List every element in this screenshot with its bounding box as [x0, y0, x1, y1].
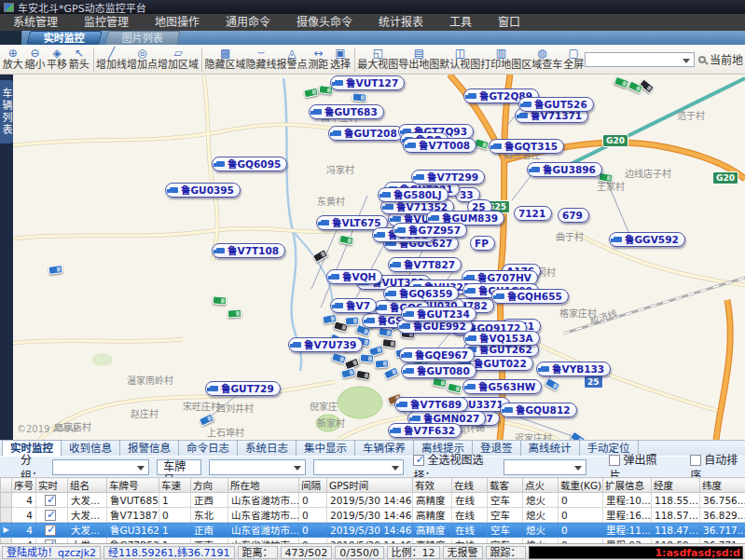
vehicle-label[interactable]: 鲁VUT127 — [330, 75, 405, 90]
realtime-checkbox[interactable] — [45, 525, 56, 536]
column-header[interactable]: 纬度 — [700, 478, 745, 493]
menu-item[interactable]: 统计报表 — [366, 14, 436, 31]
bottom-tab[interactable]: 报警信息 — [120, 441, 179, 456]
column-header[interactable]: 载客 — [488, 478, 523, 493]
vehicle-label[interactable]: 鲁V7F632 — [388, 423, 462, 438]
vehicle-label[interactable]: 鲁V7U739 — [288, 337, 363, 352]
menu-item[interactable]: 系统管理 — [0, 14, 71, 31]
vehicle-label[interactable]: 鲁GQE967 — [399, 348, 475, 362]
bottom-tab[interactable]: 离线统计 — [521, 441, 580, 456]
bottom-tab[interactable]: 系统日志 — [238, 441, 297, 456]
column-header[interactable]: 序号 — [12, 478, 36, 493]
column-header[interactable]: 组名 — [68, 478, 107, 493]
bottom-tab[interactable]: 收到信息 — [62, 441, 120, 456]
menu-item[interactable]: 摄像头命令 — [283, 14, 366, 31]
vehicle-label[interactable]: 鲁VYB133 — [536, 362, 611, 376]
vehicle-label[interactable]: 鲁V7 — [330, 298, 377, 313]
toolbar-button-fullscreen[interactable]: ▢全屏 — [562, 48, 585, 71]
column-header[interactable]: 扩展信息 — [603, 478, 652, 493]
vehicle-label[interactable]: 鲁GUT080 — [401, 363, 476, 378]
tab-picture-list[interactable]: 图片列表 — [104, 31, 181, 45]
vehicle-label[interactable]: 鲁GQ6095 — [212, 157, 287, 171]
column-header[interactable]: GPS时间 — [327, 478, 413, 493]
vehicle-label[interactable]: 鲁G7Z957 — [393, 223, 467, 238]
bottom-tab[interactable]: 集中显示 — [297, 441, 355, 456]
vehicle-label[interactable]: 7121 — [514, 206, 552, 221]
bottom-tab[interactable]: 命令日志 — [179, 441, 238, 456]
vehicle-label[interactable]: 鲁GGV592 — [609, 232, 685, 247]
vehicle-label[interactable]: 679 — [558, 208, 589, 223]
menu-item[interactable]: 窗口 — [485, 14, 533, 31]
vehicle-label[interactable]: 鲁GUT526 — [518, 97, 594, 112]
column-header[interactable]: 经度 — [652, 478, 700, 493]
toolbar-button-zoom-out[interactable]: ⊖缩小 — [24, 48, 47, 71]
column-header[interactable]: 实时 — [36, 478, 68, 493]
vehicle-marker[interactable] — [360, 353, 375, 363]
vehicle-label[interactable]: 鲁GQT315 — [489, 139, 564, 154]
vehicle-label[interactable]: FP — [470, 236, 495, 251]
toolbar-button-pan[interactable]: ◈平移 — [46, 48, 68, 71]
toolbar-button-hide-area[interactable]: ▩隐藏区域 — [205, 48, 246, 71]
vehicle-marker[interactable] — [213, 295, 228, 306]
column-header[interactable]: 在线 — [452, 478, 488, 493]
toolbar-button-default-view[interactable]: ◫默认视图 — [439, 48, 480, 71]
vehicle-label[interactable]: 鲁VQ153A — [463, 331, 540, 346]
sidebar-tab-vehicle-list[interactable]: 车辆列表 — [0, 80, 13, 143]
column-header[interactable]: 车牌号 — [107, 478, 159, 493]
menu-item[interactable]: 工具 — [436, 14, 485, 31]
vehicle-label[interactable]: 鲁VQH — [326, 269, 382, 284]
vehicle-label[interactable]: 鲁GU0395 — [165, 183, 241, 198]
bottom-tab[interactable]: 车辆保养 — [355, 441, 414, 456]
vehicle-label[interactable]: 鲁GQ6359 — [383, 286, 459, 301]
plate-number-button[interactable]: 车牌号 — [157, 459, 201, 475]
vehicle-label[interactable]: 鲁GQU812 — [500, 403, 577, 417]
vehicle-label[interactable]: 鲁V7T008 — [403, 138, 476, 153]
tab-realtime-monitor[interactable]: 实时监控 — [26, 31, 103, 45]
column-header[interactable]: 点火 — [523, 478, 559, 493]
menu-item[interactable]: 通用命令 — [213, 14, 283, 31]
toolbar-button-zoom-in[interactable]: ⊕放大 — [2, 48, 24, 71]
vehicle-label[interactable]: 鲁V7T827 — [388, 257, 462, 272]
vehicle-label[interactable]: 鲁V7T299 — [411, 170, 485, 184]
plate-select-1[interactable] — [209, 459, 307, 475]
toolbar-button-hide-line[interactable]: ┄隐藏线 — [246, 48, 277, 71]
toolbar-button-max-view[interactable]: ◱最大视图 — [357, 48, 398, 71]
vehicle-label[interactable]: 鲁G563HW — [462, 379, 542, 394]
table-row[interactable]: 4大发...鲁VUT6851正西山东省潍坊市...02019/5/30 14:4… — [1, 493, 745, 508]
toolbar-button-arrow-cursor[interactable]: ↖箭头 — [68, 48, 90, 71]
vehicle-marker[interactable] — [352, 92, 367, 102]
toolbar-button-select[interactable]: ▣选择 — [329, 48, 352, 71]
group-select[interactable] — [52, 459, 150, 475]
toolbar-button-alarm-point[interactable]: ◬报警点 — [277, 48, 308, 71]
vehicle-marker[interactable] — [375, 359, 390, 369]
vehicle-label[interactable]: 鲁G580LJ — [378, 187, 448, 202]
realtime-checkbox[interactable] — [45, 495, 56, 506]
plate-select-2[interactable] — [313, 459, 404, 475]
vehicle-label[interactable]: 鲁GUT234 — [401, 307, 476, 321]
column-header[interactable]: 载重(KG) — [559, 478, 603, 493]
view-select[interactable] — [504, 459, 587, 475]
toolbar-button-print-map[interactable]: ▥打印地图 — [480, 48, 521, 71]
toolbar-button-measure-distance[interactable]: ↔测距 — [308, 48, 330, 71]
vehicle-marker[interactable] — [228, 308, 242, 318]
toolbar-button-area-search[interactable]: ◍区域查车 — [521, 48, 562, 71]
toolbar-button-add-point[interactable]: ◎增加点 — [127, 48, 158, 71]
table-row[interactable]: 4大发...鲁V713870东北山东省潍坊市...02019/5/30 14:4… — [1, 508, 745, 523]
menu-item[interactable]: 监控管理 — [71, 14, 142, 31]
column-header[interactable]: 有效 — [413, 478, 452, 493]
vehicle-label[interactable]: 鲁GUT683 — [309, 104, 384, 119]
search-icon[interactable] — [698, 56, 706, 63]
vehicle-marker[interactable] — [381, 338, 396, 348]
map-search-select[interactable] — [585, 52, 695, 67]
realtime-checkbox[interactable] — [45, 510, 56, 521]
vehicle-label[interactable]: 鲁GQH655 — [491, 289, 569, 304]
vehicle-label[interactable]: 鲁V7T689 — [394, 397, 468, 412]
select-all-checkbox-box[interactable] — [413, 455, 424, 466]
toolbar-button-add-line[interactable]: ╱增加线 — [96, 48, 127, 71]
toolbar-button-add-area[interactable]: ▱增加区域 — [158, 48, 199, 71]
vehicle-label[interactable]: 鲁GUT729 — [205, 381, 281, 396]
table-row[interactable]: ▶4大发...鲁GU31621正南山东省潍坊市...02019/5/30 14:… — [1, 523, 745, 538]
column-header[interactable]: 车速 — [159, 478, 191, 493]
vehicle-label[interactable]: 鲁GU3896 — [527, 162, 602, 177]
menu-item[interactable]: 地图操作 — [142, 14, 213, 31]
